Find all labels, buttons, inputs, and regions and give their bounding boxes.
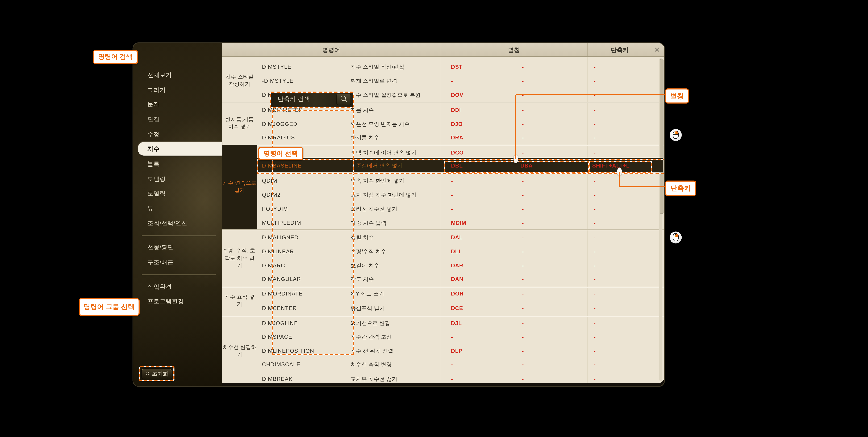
cell-alias-1: DJO — [451, 117, 463, 131]
screenshot-stage: 단축키 검색 전체보기그리기문자편집수정치수블록모델링모델링뷰조회/선택/연산선… — [0, 0, 868, 437]
sidebar-item[interactable]: 구조/배근 — [133, 256, 222, 269]
scrollbar-thumb[interactable] — [660, 59, 663, 214]
cell-alias-2: - — [514, 231, 532, 244]
cell-description: 선택 치수에 이어 연속 넣기 — [350, 146, 417, 159]
cell-shortcut: - — [580, 202, 609, 215]
group-label: 반지름,지름치수 넣기 — [222, 116, 257, 131]
cell-alias-1: DAL — [451, 231, 463, 244]
cell-description: 교차 지점 치수 한번에 넣기 — [350, 188, 417, 201]
cell-shortcut: - — [580, 174, 609, 187]
sidebar-item[interactable]: 치수 — [138, 142, 222, 156]
sidebar-item[interactable]: 조회/선택/연산 — [133, 216, 222, 230]
header-divider — [587, 43, 588, 56]
cell-shortcut: - — [580, 272, 609, 285]
cell-description: 수평/수직 치수 — [350, 244, 386, 258]
sidebar-item[interactable]: 그리기 — [133, 83, 222, 97]
sidebar-item[interactable]: 수정 — [133, 128, 222, 141]
group-label: 치수 표식 넣기 — [222, 293, 257, 308]
cell-alias-2: - — [514, 103, 532, 116]
cell-shortcut: - — [580, 316, 609, 330]
annotation-command-select-label: 명령어 선택 — [258, 147, 303, 160]
alias-callout-line-horizontal — [516, 94, 665, 95]
cell-alias-2: - — [514, 287, 532, 300]
cell-alias-1: DLP — [451, 344, 462, 358]
cell-description: 치수 스타일 작성/편집 — [350, 60, 404, 73]
cell-shortcut: - — [580, 74, 609, 88]
cell-alias-2: - — [514, 216, 532, 229]
header-divider — [441, 43, 441, 56]
cell-alias-1: DDI — [451, 103, 461, 116]
reset-button[interactable]: ↺ 초기화 — [141, 368, 173, 379]
table-row[interactable]: CHDIMSCALE치수선 축척 변경--- — [222, 358, 664, 371]
cell-alias-2: - — [514, 74, 532, 88]
cell-description: 꺾기선으로 변경 — [350, 316, 390, 330]
close-icon[interactable]: ✕ — [652, 45, 662, 55]
cell-description: 다중 치수 입력 — [350, 216, 386, 229]
cell-alias-2: - — [514, 202, 532, 215]
cell-alias-1: DAN — [451, 272, 463, 285]
mouse-click-icon — [670, 129, 682, 141]
cell-shortcut: - — [580, 287, 609, 300]
sidebar-item[interactable]: 모델링 — [133, 172, 222, 186]
cell-description: 중심표식 넣기 — [350, 301, 385, 315]
cell-alias-2: - — [514, 60, 532, 73]
mouse-icon — [673, 130, 678, 139]
cell-command: CHDIMSCALE — [262, 358, 301, 371]
cell-alias-2: - — [514, 316, 532, 330]
column-header-shortcut: 단축키 — [587, 43, 652, 56]
cell-shortcut: - — [580, 372, 609, 383]
sidebar-item[interactable]: 문자 — [133, 97, 222, 111]
sidebar-item[interactable]: 선형/횡단 — [133, 240, 222, 254]
cell-alias-1: DCO — [451, 146, 464, 159]
cell-alias-1: DLI — [451, 244, 460, 258]
cell-alias-1: - — [451, 202, 453, 215]
cell-alias-1: DCE — [451, 301, 463, 315]
cell-alias-2: - — [514, 330, 532, 343]
mouse-click-icon — [670, 231, 682, 243]
shortcut-callout-line-horizontal — [619, 186, 665, 188]
annotation-alias-label: 별칭 — [665, 89, 689, 104]
cell-description: 꺾은선 모양 반지름 치수 — [350, 117, 410, 131]
cell-shortcut: - — [580, 330, 609, 343]
command-group-sidebar: 단축키 검색 전체보기그리기문자편집수정치수블록모델링모델링뷰조회/선택/연산선… — [133, 43, 222, 386]
sidebar-item[interactable]: 작업환경 — [133, 280, 222, 294]
search-button[interactable] — [336, 94, 351, 105]
cell-shortcut: - — [580, 103, 609, 116]
annotation-shortcut-label: 단축키 — [665, 180, 696, 196]
annotation-search-label: 명령어 검색 — [93, 50, 138, 64]
shortcut-search-box[interactable]: 단축키 검색 — [270, 92, 353, 108]
cell-alias-1: DJL — [451, 316, 462, 330]
sidebar-item[interactable]: 프로그램환경 — [133, 295, 222, 308]
cell-alias-2: - — [514, 131, 532, 144]
cell-alias-1: DOR — [451, 287, 464, 300]
mouse-icon — [673, 233, 678, 241]
cell-alias-2: - — [514, 301, 532, 315]
group-label: 치수선 변경하기 — [222, 344, 257, 359]
cell-description: 치수 선 위치 정렬 — [350, 344, 393, 358]
sidebar-item[interactable]: 모델링 — [133, 187, 222, 200]
cell-description: 현재 스타일로 변경 — [350, 74, 397, 88]
table-row[interactable]: DIMSTYLE치수 스타일 작성/편집DST-- — [222, 60, 664, 73]
table-row[interactable]: -DIMSTYLE현재 스타일로 변경--- — [222, 74, 664, 88]
cell-command: DIMSTYLE — [262, 60, 291, 73]
cell-alias-2: - — [514, 344, 532, 358]
cell-shortcut: - — [580, 244, 609, 258]
cell-shortcut: - — [580, 344, 609, 358]
sidebar-item[interactable]: 전체보기 — [133, 68, 222, 82]
table-row[interactable]: DIMBREAK교차부 치수선 끊기--- — [222, 372, 664, 383]
cell-shortcut: - — [580, 188, 609, 201]
sidebar-item[interactable]: 뷰 — [133, 201, 222, 215]
sidebar-divider — [142, 235, 216, 236]
cell-alias-2: - — [514, 244, 532, 258]
cell-description: 호길이 치수 — [350, 259, 379, 272]
shortcut-callout-line-vertical — [619, 172, 620, 187]
search-input[interactable]: 단축키 검색 — [278, 93, 310, 105]
reset-icon: ↺ — [145, 370, 150, 377]
sidebar-item[interactable]: 블록 — [133, 157, 222, 171]
reset-label: 초기화 — [152, 370, 168, 377]
cell-shortcut: - — [580, 60, 609, 73]
cell-shortcut: - — [580, 117, 609, 131]
sidebar-item[interactable]: 편집 — [133, 112, 222, 126]
cell-description: 치수선 축척 변경 — [350, 358, 392, 371]
cell-alias-2: - — [514, 174, 532, 187]
